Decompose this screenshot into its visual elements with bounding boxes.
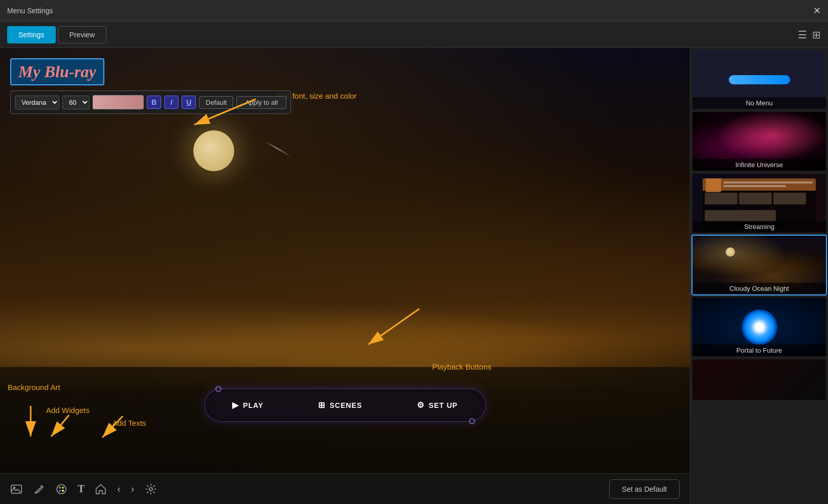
title-bar: Menu Settings ✕ bbox=[0, 0, 828, 21]
setup-label: SET UP bbox=[429, 401, 458, 409]
preview-canvas: My Blu-ray Verdana 60 B I U Default Appl… bbox=[0, 48, 690, 504]
scenes-button[interactable]: ⊞ SCENES bbox=[318, 400, 362, 410]
font-family-select[interactable]: Verdana bbox=[15, 96, 59, 109]
italic-button[interactable]: I bbox=[164, 96, 178, 109]
pb-corner-br bbox=[469, 418, 475, 424]
portal-download-icon: ⬇ bbox=[755, 321, 764, 333]
main-area: My Blu-ray Verdana 60 B I U Default Appl… bbox=[0, 48, 828, 504]
theme-item-infinite-universe[interactable]: Infinite Universe bbox=[691, 111, 827, 172]
home-icon[interactable] bbox=[95, 483, 107, 495]
title-input-wrapper[interactable]: My Blu-ray bbox=[10, 58, 104, 85]
tabs-container: Settings Preview bbox=[7, 26, 106, 43]
theme-item-portal-to-future[interactable]: ⬇ Portal to Future bbox=[691, 296, 827, 357]
theme-label-portal-to-future: Portal to Future bbox=[692, 345, 826, 356]
font-size-select[interactable]: 60 bbox=[62, 96, 89, 109]
theme-label-infinite-universe: Infinite Universe bbox=[692, 159, 826, 171]
apply-all-button[interactable]: Apply to all bbox=[236, 96, 286, 109]
scenes-label: SCENES bbox=[329, 401, 362, 409]
cloudy-moon-small bbox=[726, 247, 735, 257]
tab-bar: Settings Preview ☰ ⊞ bbox=[0, 21, 828, 48]
tab-bar-actions: ☰ ⊞ bbox=[798, 29, 821, 41]
svg-point-9 bbox=[59, 487, 61, 489]
streaming-thumb bbox=[706, 178, 721, 192]
theme-item-no-menu[interactable]: No Menu bbox=[691, 49, 827, 110]
setup-button[interactable]: ⚙ SET UP bbox=[417, 400, 458, 410]
theme-preview-extra bbox=[692, 359, 826, 400]
portal-visual: ⬇ bbox=[742, 309, 777, 345]
streaming-tile-1 bbox=[705, 193, 737, 204]
theme-item-cloudy-ocean-night[interactable]: Cloudy Ocean Night bbox=[691, 235, 827, 295]
menu-icon[interactable]: ☰ bbox=[798, 29, 807, 41]
close-button[interactable]: ✕ bbox=[813, 5, 821, 16]
text-controls-panel: My Blu-ray Verdana 60 B I U Default Appl… bbox=[10, 58, 291, 114]
title-display[interactable]: My Blu-ray bbox=[18, 62, 96, 81]
svg-point-8 bbox=[57, 485, 66, 494]
settings-icon[interactable] bbox=[145, 483, 157, 495]
default-button[interactable]: Default bbox=[199, 96, 233, 109]
theme-label-cloudy-ocean-night: Cloudy Ocean Night bbox=[692, 283, 826, 294]
streaming-tile-2 bbox=[739, 193, 772, 204]
play-icon: ▶ bbox=[232, 400, 239, 410]
streaming-header bbox=[703, 178, 816, 191]
background-art-icon[interactable] bbox=[10, 483, 23, 495]
streaming-tile-3 bbox=[773, 193, 806, 204]
theme-label-no-menu: No Menu bbox=[692, 97, 826, 109]
setup-icon: ⚙ bbox=[417, 400, 424, 410]
edit-icon[interactable] bbox=[33, 483, 45, 495]
font-controls: Verdana 60 B I U Default Apply to all bbox=[10, 90, 291, 114]
moon-decoration bbox=[193, 130, 234, 171]
text-icon[interactable]: T bbox=[78, 483, 84, 495]
svg-point-12 bbox=[62, 490, 64, 492]
app-title: Menu Settings bbox=[7, 7, 53, 15]
underline-button[interactable]: U bbox=[182, 96, 196, 109]
next-icon[interactable]: › bbox=[131, 483, 135, 495]
grid-icon[interactable]: ⊞ bbox=[812, 29, 821, 41]
streaming-tile-4 bbox=[705, 210, 776, 222]
palette-icon[interactable] bbox=[55, 483, 68, 495]
prev-icon[interactable]: ‹ bbox=[117, 483, 121, 495]
color-picker-button[interactable] bbox=[93, 95, 144, 109]
set-default-button[interactable]: Set as Default bbox=[609, 479, 680, 499]
theme-label-streaming: Streaming bbox=[692, 221, 826, 233]
tab-settings[interactable]: Settings bbox=[7, 26, 56, 43]
scenes-icon: ⊞ bbox=[318, 400, 325, 410]
bottom-toolbar: T ‹ › Set as Default bbox=[0, 473, 690, 504]
bold-button[interactable]: B bbox=[147, 96, 161, 109]
streaming-line-1 bbox=[723, 181, 813, 184]
toolbar-icons-group: T ‹ › bbox=[10, 483, 157, 495]
tab-preview[interactable]: Preview bbox=[58, 26, 107, 43]
streaming-lines bbox=[723, 181, 813, 187]
streaming-line-2 bbox=[723, 185, 786, 187]
sidebar: No Menu Infinite Universe bbox=[690, 48, 828, 504]
play-button[interactable]: ▶ PLAY bbox=[232, 400, 263, 410]
svg-point-11 bbox=[59, 490, 61, 492]
play-label: PLAY bbox=[243, 401, 263, 409]
svg-point-10 bbox=[62, 487, 64, 489]
theme-item-extra[interactable] bbox=[691, 358, 827, 401]
pb-corner-tl bbox=[215, 386, 221, 392]
no-menu-bar bbox=[729, 75, 790, 84]
theme-item-streaming[interactable]: Streaming bbox=[691, 173, 827, 234]
svg-point-13 bbox=[149, 488, 152, 491]
playback-bar: ▶ PLAY ⊞ SCENES ⚙ SET UP bbox=[205, 388, 486, 422]
